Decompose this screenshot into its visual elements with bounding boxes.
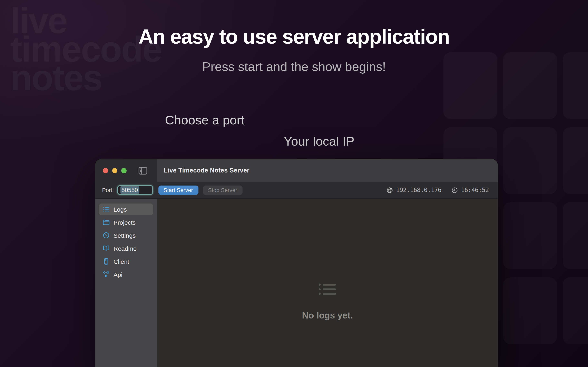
network-icon bbox=[103, 271, 110, 278]
sidebar-item-label: Readme bbox=[113, 245, 137, 252]
sidebar-item-settings[interactable]: Settings bbox=[99, 229, 153, 242]
log-list-icon bbox=[319, 283, 336, 297]
background-tile bbox=[503, 127, 557, 194]
gauge-icon bbox=[103, 232, 110, 239]
start-server-button[interactable]: Start Server bbox=[158, 185, 198, 195]
window-title: Live Timecode Notes Server bbox=[164, 167, 250, 174]
zoom-window-button[interactable] bbox=[121, 168, 126, 173]
page: live timecode notes An easy to use serve… bbox=[0, 0, 588, 367]
sidebar-item-label: Client bbox=[113, 258, 129, 265]
window-body: LogsProjectsSettingsReadmeClientApi bbox=[95, 199, 498, 367]
sidebar-item-label: Settings bbox=[113, 232, 136, 239]
background-tile bbox=[503, 277, 557, 344]
sidebar-item-label: Logs bbox=[113, 206, 127, 213]
sidebar-item-logs[interactable]: Logs bbox=[99, 203, 153, 215]
local-ip-value: 192.168.0.176 bbox=[396, 186, 441, 194]
port-value-selected-text: 50550 bbox=[120, 186, 139, 194]
sidebar-toggle-icon[interactable] bbox=[138, 167, 147, 175]
port-input[interactable]: 50550 bbox=[117, 185, 153, 195]
sidebar-item-label: Api bbox=[113, 271, 122, 278]
background-tile bbox=[563, 277, 588, 344]
annotation-choose-port: Choose a port bbox=[165, 113, 244, 128]
port-label: Port: bbox=[102, 187, 114, 193]
toolbar-status-area: 192.168.0.176 16:46:52 bbox=[386, 186, 489, 194]
app-window: Live Timecode Notes Server Port: 50550 S… bbox=[95, 159, 498, 367]
sidebar-item-client[interactable]: Client bbox=[99, 256, 153, 267]
traffic-lights bbox=[103, 168, 126, 173]
book-open-icon bbox=[103, 245, 110, 252]
window-titlebar[interactable]: Live Timecode Notes Server bbox=[157, 159, 498, 182]
background-watermark: live timecode notes bbox=[10, 7, 162, 92]
empty-logs-message: No logs yet. bbox=[302, 310, 353, 321]
background-tile bbox=[503, 202, 557, 269]
sidebar-item-label: Projects bbox=[113, 219, 136, 226]
sidebar: LogsProjectsSettingsReadmeClientApi bbox=[95, 199, 157, 367]
page-title: An easy to use server application bbox=[0, 26, 588, 47]
minimize-window-button[interactable] bbox=[112, 168, 117, 173]
background-tile bbox=[563, 127, 588, 194]
list-bullet-icon bbox=[103, 206, 110, 213]
clock-area: 16:46:52 bbox=[451, 186, 489, 194]
empty-logs-state: No logs yet. bbox=[157, 283, 498, 321]
window-toolbar: Port: 50550 Start Server Stop Server 192… bbox=[95, 182, 498, 199]
sidebar-item-projects[interactable]: Projects bbox=[99, 216, 153, 228]
globe-icon bbox=[386, 187, 393, 193]
sidebar-item-api[interactable]: Api bbox=[99, 268, 153, 281]
folder-icon bbox=[103, 219, 110, 226]
page-subtitle: Press start and the show begins! bbox=[0, 59, 588, 74]
close-window-button[interactable] bbox=[103, 168, 108, 173]
clock-icon bbox=[451, 187, 458, 193]
sidebar-item-readme[interactable]: Readme bbox=[99, 242, 153, 254]
stop-server-button[interactable]: Stop Server bbox=[203, 185, 242, 195]
background-tile bbox=[563, 202, 588, 269]
annotation-local-ip: Your local IP bbox=[284, 134, 355, 149]
time-value: 16:46:52 bbox=[461, 186, 489, 194]
device-icon bbox=[103, 258, 110, 265]
logs-content-pane: No logs yet. bbox=[157, 199, 498, 367]
